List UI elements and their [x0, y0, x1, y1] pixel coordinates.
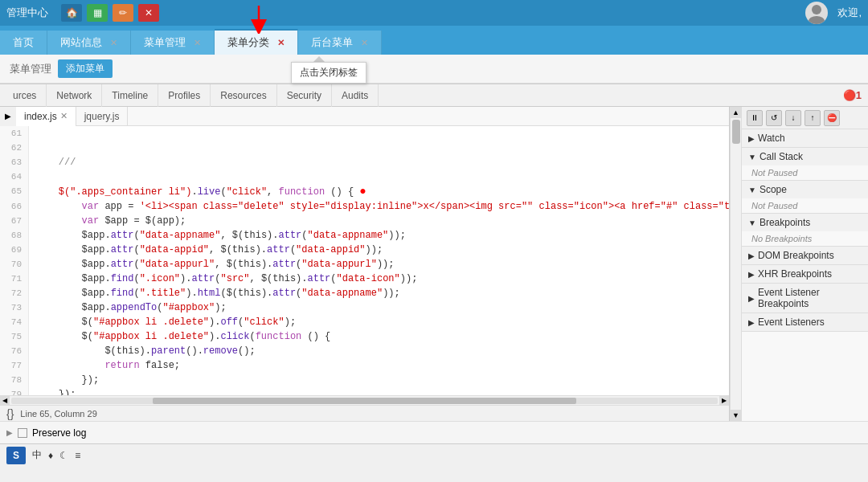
step-over-button[interactable]: ↺	[766, 110, 782, 126]
ime-menu-icon[interactable]: ≡	[75, 450, 80, 461]
ime-chinese-icon[interactable]: 中	[32, 448, 42, 462]
event-listeners-section: ▶ Event Listeners	[742, 313, 868, 332]
expand-icon: ▶	[6, 428, 13, 437]
devtools-tab-bar: urces Network Timeline Profiles Resource…	[0, 84, 868, 107]
tab-menu-mgmt-close[interactable]: ✕	[194, 38, 201, 48]
code-line-72: 72 $app.find(".title").html($(this).attr…	[0, 286, 729, 300]
event-listener-bp-label: Event Listener Breakpoints	[758, 287, 862, 309]
tab-website-info[interactable]: 网站信息 ✕	[47, 31, 131, 55]
step-into-button[interactable]: ↓	[785, 110, 801, 126]
admin-title: 管理中心	[6, 6, 48, 20]
ime-bar: S 中 ♦ ☾ ≡	[0, 443, 868, 466]
file-tab-jqueryjs[interactable]: jquery.js	[76, 107, 129, 126]
ime-moon-icon[interactable]: ☾	[59, 450, 68, 461]
watch-label: Watch	[758, 133, 785, 144]
call-stack-header[interactable]: ▼ Call Stack	[742, 148, 868, 165]
watch-header[interactable]: ▶ Watch	[742, 129, 868, 147]
event-listener-bp-expand-icon: ▶	[748, 294, 755, 303]
watch-expand-icon: ▶	[748, 134, 755, 143]
tab-menu-category[interactable]: 菜单分类 ✕	[215, 29, 298, 55]
code-line-79: 79 });	[0, 387, 729, 395]
file-tab-indexjs-close[interactable]: ✕	[60, 111, 68, 121]
avatar	[805, 2, 828, 24]
dom-breakpoints-header[interactable]: ▶ DOM Breakpoints	[742, 247, 868, 264]
scroll-thumb[interactable]	[153, 398, 576, 404]
code-line-65: 65 $(".apps_container li").live("click",…	[0, 184, 729, 199]
code-line-77: 77 return false;	[0, 358, 729, 373]
file-tab-indexjs[interactable]: index.js ✕	[16, 107, 76, 126]
tooltip-container: 点击关闭标签	[291, 56, 366, 84]
deactivate-button[interactable]: ⛔	[824, 110, 840, 126]
code-editor[interactable]: 61 62 63 /// 64 65 $(".apps	[0, 126, 729, 395]
devtools-tab-timeline[interactable]: Timeline	[102, 84, 158, 107]
code-line-69: 69 $app.attr("data-appid", $(this).attr(…	[0, 243, 729, 257]
add-menu-button[interactable]: 添加菜单	[58, 59, 113, 78]
tab-bar: 首页 网站信息 ✕ 菜单管理 ✕ 菜单分类 ✕ 后台菜单 ✕	[0, 26, 868, 55]
devtools-close-button[interactable]: 🔴1	[837, 89, 868, 101]
top-toolbar: 管理中心 🏠 ▦ ✏ ✕ 欢迎,	[0, 0, 868, 26]
breakpoints-section: ▼ Breakpoints No Breakpoints	[742, 214, 868, 247]
devtools-tab-sources[interactable]: urces	[3, 84, 47, 107]
file-nav-icon[interactable]: ▶	[0, 107, 16, 126]
xhr-breakpoints-header[interactable]: ▶ XHR Breakpoints	[742, 265, 868, 283]
vertical-scroll-thumb[interactable]	[732, 120, 740, 144]
svg-point-1	[809, 16, 825, 24]
devtools-tab-network[interactable]: Network	[47, 84, 102, 107]
scroll-down-button[interactable]: ▼	[731, 410, 742, 421]
editor-status-bar: {} Line 65, Column 29	[0, 405, 729, 421]
devtools-tab-resources[interactable]: Resources	[211, 84, 276, 107]
code-line-68: 68 $app.attr("data-appname", $(this).att…	[0, 228, 729, 243]
preserve-log-checkbox[interactable]	[18, 428, 27, 438]
editor-container: ▶ index.js ✕ jquery.js 61 62	[0, 107, 730, 421]
code-line-74: 74 $("#appbox li .delete").off("click");	[0, 315, 729, 329]
xhr-expand-icon: ▶	[748, 270, 755, 279]
breakpoints-header[interactable]: ▼ Breakpoints	[742, 214, 868, 231]
bottom-bar: ▶ Preserve log	[0, 421, 868, 443]
scroll-left-button[interactable]: ◀	[0, 396, 10, 406]
code-line-75: 75 $("#appbox li .delete").click(functio…	[0, 329, 729, 344]
step-out-button[interactable]: ↑	[805, 110, 821, 126]
code-line-78: 78 });	[0, 373, 729, 387]
ime-sogou-icon[interactable]: S	[6, 447, 26, 464]
code-line-67: 67 var $app = $(app);	[0, 214, 729, 228]
edit-button[interactable]: ✏	[113, 4, 133, 22]
tab-backend-menu[interactable]: 后台菜单 ✕	[298, 31, 382, 55]
scope-header[interactable]: ▼ Scope	[742, 181, 868, 198]
code-line-62: 62	[0, 141, 729, 155]
tab-menu-category-close[interactable]: ✕	[277, 38, 285, 48]
code-line-71: 71 $app.find(".icon").attr("src", $(this…	[0, 272, 729, 286]
event-listener-bp-header[interactable]: ▶ Event Listener Breakpoints	[742, 284, 868, 312]
delete-button[interactable]: ✕	[138, 4, 159, 22]
right-panel-toolbar: ⏸ ↺ ↓ ↑ ⛔	[742, 107, 868, 129]
code-line-66: 66 var app = '<li><span class="delete" s…	[0, 199, 729, 214]
devtools-tab-audits[interactable]: Audits	[332, 84, 379, 107]
event-listener-bp-section: ▶ Event Listener Breakpoints	[742, 284, 868, 313]
tab-menu-mgmt[interactable]: 菜单管理 ✕	[131, 31, 215, 55]
scroll-up-button[interactable]: ▲	[731, 107, 742, 118]
tab-backend-menu-close[interactable]: ✕	[361, 38, 368, 48]
status-position: Line 65, Column 29	[20, 409, 96, 419]
breakpoints-label: Breakpoints	[760, 217, 810, 228]
event-listeners-header[interactable]: ▶ Event Listeners	[742, 313, 868, 331]
scroll-right-button[interactable]: ▶	[719, 396, 729, 406]
grid-button[interactable]: ▦	[87, 4, 108, 22]
tab-home[interactable]: 首页	[0, 31, 47, 55]
devtools-tab-security[interactable]: Security	[277, 84, 332, 107]
breadcrumb-bar: 菜单管理 添加菜单	[0, 55, 868, 84]
ime-dot-icon[interactable]: ♦	[48, 450, 53, 461]
pause-button[interactable]: ⏸	[747, 110, 763, 126]
code-line-73: 73 $app.appendTo("#appbox");	[0, 300, 729, 315]
event-listeners-label: Event Listeners	[758, 317, 825, 328]
curly-brace-icon: {}	[6, 407, 14, 420]
call-stack-label: Call Stack	[760, 151, 803, 162]
scope-expand-icon: ▼	[748, 186, 756, 194]
horizontal-scrollbar[interactable]: ◀ ▶	[0, 395, 729, 405]
scroll-track[interactable]	[11, 398, 718, 404]
tab-website-info-close[interactable]: ✕	[110, 38, 117, 48]
devtools-tab-profiles[interactable]: Profiles	[158, 84, 211, 107]
vertical-scrollbar[interactable]: ▲ ▼	[730, 107, 741, 421]
home-button[interactable]: 🏠	[61, 4, 82, 22]
code-line-70: 70 $app.attr("data-appurl", $(this).attr…	[0, 257, 729, 272]
call-stack-section: ▼ Call Stack Not Paused	[742, 148, 868, 181]
call-stack-expand-icon: ▼	[748, 153, 756, 161]
